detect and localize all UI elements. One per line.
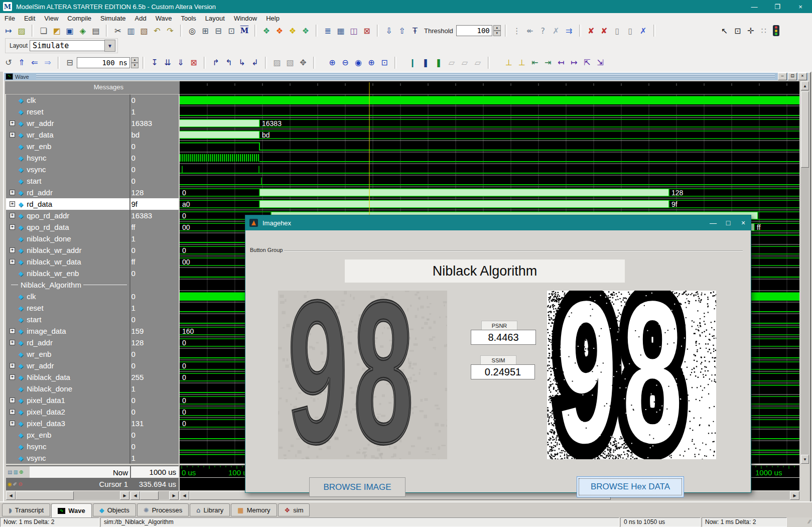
scroll-left-icon[interactable]: ◀	[130, 491, 140, 500]
delete-prev-icon[interactable]: ✘	[585, 25, 597, 37]
tab-transcript[interactable]: ◗Transcript	[2, 503, 50, 516]
dialog-close-button[interactable]: ×	[736, 215, 751, 230]
signal-row-vsync[interactable]: +◆vsync0	[6, 164, 179, 175]
menu-wave[interactable]: Wave	[151, 15, 177, 22]
filter-icon[interactable]: ▨	[16, 25, 28, 37]
scroll-thumb[interactable]	[16, 491, 74, 500]
back-icon[interactable]: ⇐	[29, 57, 41, 69]
values-horizontal-scrollbar[interactable]: ◀▶	[130, 491, 179, 500]
pane-drag-grip[interactable]	[36, 74, 775, 79]
step-into-icon[interactable]: ↰	[223, 57, 235, 69]
expand-toggle[interactable]: +	[10, 363, 15, 368]
verilog-m-icon[interactable]: M	[238, 25, 250, 37]
signal-row-niblack-wr-enb[interactable]: +◆niblack_wr_enb0	[6, 268, 179, 279]
cursor-i-icon[interactable]: ❙	[407, 57, 419, 69]
scroll-right-icon[interactable]: ▶	[120, 491, 129, 500]
signal-row-niblack-wr-addr[interactable]: +◆niblack_wr_addr0	[6, 244, 179, 256]
signal-row-rd-addr[interactable]: +◆rd_addr128	[6, 337, 179, 348]
prev-rising-icon[interactable]: ⇱	[581, 57, 593, 69]
help-mode-icon[interactable]: ?	[537, 25, 549, 37]
signal-row-reset[interactable]: +◆reset1	[6, 302, 179, 314]
column-divider[interactable]	[129, 94, 130, 464]
vertical-scroll-track[interactable]	[801, 90, 809, 455]
pane-maximize-icon[interactable]: ⊡	[788, 73, 797, 80]
signal-row-wr-data[interactable]: +◆wr_databd	[6, 129, 179, 141]
add-wave-edit-icon[interactable]: ❖	[287, 25, 299, 37]
spin-up-icon[interactable]: ▲	[493, 25, 501, 31]
cut-icon[interactable]: ✂	[112, 25, 124, 37]
cursor-row[interactable]: ◉ ✐ ⊖ Cursor 1 335.694 us	[6, 478, 179, 490]
expand-toggle[interactable]: +	[10, 374, 15, 380]
add-wave-cut-icon[interactable]: ❖	[274, 25, 286, 37]
more-options-icon[interactable]: ⋮	[511, 25, 523, 37]
signal-row-rd-addr[interactable]: +◆rd_addr128	[6, 187, 179, 198]
expand-icon[interactable]: ⊞	[199, 25, 211, 37]
signal-row-hsync[interactable]: +◆hsync0	[6, 152, 179, 164]
tab-wave[interactable]: ∿Wave	[51, 503, 91, 518]
prev-falling-icon[interactable]: ↤	[555, 57, 567, 69]
signal-row-wr-addr[interactable]: +◆wr_addr16383	[6, 117, 179, 129]
expand-all-icon[interactable]: ▥	[13, 470, 18, 475]
signal-row-wr-addr[interactable]: +◆wr_addr0	[6, 360, 179, 371]
pane-minimize-icon[interactable]: –	[778, 73, 787, 80]
hand-icon[interactable]: ✥	[297, 57, 309, 69]
zoom-full-icon[interactable]: ◉	[352, 57, 364, 69]
signal-row-niblack-done[interactable]: +◆niblack_done1	[6, 233, 179, 244]
resize-grip[interactable]: ∕∕	[808, 517, 812, 527]
spin-up-icon[interactable]: ▲	[131, 57, 139, 63]
signal-row-reset[interactable]: +◆reset1	[6, 106, 179, 117]
cursor-block-icon[interactable]: ❚	[420, 57, 432, 69]
spin-down-icon[interactable]: ▼	[131, 63, 139, 68]
scroll-right-icon[interactable]: ▶	[169, 491, 179, 500]
scroll-track[interactable]	[16, 491, 120, 500]
signal-row-qpo-rd-data[interactable]: +◆qpo_rd_dataff	[6, 221, 179, 233]
dialog-minimize-button[interactable]: —	[706, 215, 721, 230]
repeat-icon[interactable]: ◫	[348, 25, 360, 37]
tab-library[interactable]: ⌂Library	[190, 503, 230, 516]
signal-row-hsync[interactable]: +◆hsync0	[6, 441, 179, 452]
expand-toggle[interactable]: +	[10, 398, 15, 403]
signal-row-image-data[interactable]: +◆image_data159	[6, 325, 179, 337]
zoom-in-icon[interactable]: ⊕	[326, 57, 338, 69]
signal-row-start[interactable]: +◆start0	[6, 314, 179, 325]
expand-toggle[interactable]: +	[10, 120, 15, 126]
prev-diff-icon[interactable]: ↞	[524, 25, 536, 37]
menu-file[interactable]: File	[0, 15, 20, 22]
paste-icon[interactable]: ▧	[138, 25, 150, 37]
signal-row-clk[interactable]: +◆clk0	[6, 94, 179, 106]
chevron-down-icon[interactable]: ▼	[104, 40, 115, 52]
menu-add[interactable]: Add	[130, 15, 151, 22]
pattern-grid-icon[interactable]: ▦	[335, 25, 347, 37]
snap-icon[interactable]: ∷	[758, 25, 770, 37]
expand-toggle[interactable]: +	[10, 213, 15, 218]
move-icon[interactable]: ✛	[745, 25, 757, 37]
menu-simulate[interactable]: Simulate	[96, 15, 130, 22]
expand-toggle[interactable]: +	[10, 190, 15, 195]
print-icon[interactable]: ▤	[90, 25, 102, 37]
forward-icon[interactable]: ⇒	[42, 57, 54, 69]
zoom-range-icon[interactable]: ⊕	[365, 57, 377, 69]
clear-diff-icon[interactable]: ✗	[550, 25, 562, 37]
compile-icon[interactable]: ◈	[77, 25, 89, 37]
redo-icon[interactable]: ↷	[164, 25, 176, 37]
wave-pane-titlebar[interactable]: ∿ Wave – ⊡ ×	[4, 73, 808, 80]
edit-cursor-icon[interactable]: ✐	[13, 482, 17, 487]
new-file-icon[interactable]: ❏	[38, 25, 50, 37]
dialog-maximize-button[interactable]: □	[721, 215, 736, 230]
signal-row-niblack-wr-data[interactable]: +◆niblack_wr_dataff	[6, 256, 179, 268]
layout-combobox-value[interactable]: Simulate	[30, 40, 104, 51]
menu-edit[interactable]: Edit	[20, 15, 40, 22]
add-cursor-icon[interactable]: ⊕	[19, 470, 23, 475]
page-prev-icon[interactable]: ▯	[611, 25, 623, 37]
zoom-fit-icon[interactable]: ⊡	[378, 57, 390, 69]
cursor-lock-icon[interactable]: ❚	[433, 57, 445, 69]
prev-transition-icon[interactable]: ⇤	[529, 57, 541, 69]
scroll-down-icon[interactable]: ▼	[801, 455, 809, 464]
signal-row-px-enb[interactable]: +◆px_enb0	[6, 429, 179, 441]
signal-row-vsync[interactable]: +◆vsync1	[6, 452, 179, 464]
run-continue-icon[interactable]: ⇊	[162, 57, 174, 69]
step-out-icon[interactable]: ↳	[236, 57, 248, 69]
save-icon[interactable]: ▣	[64, 25, 76, 37]
grid-edge-icon[interactable]: ▱	[459, 57, 471, 69]
menu-help[interactable]: Help	[261, 15, 284, 22]
